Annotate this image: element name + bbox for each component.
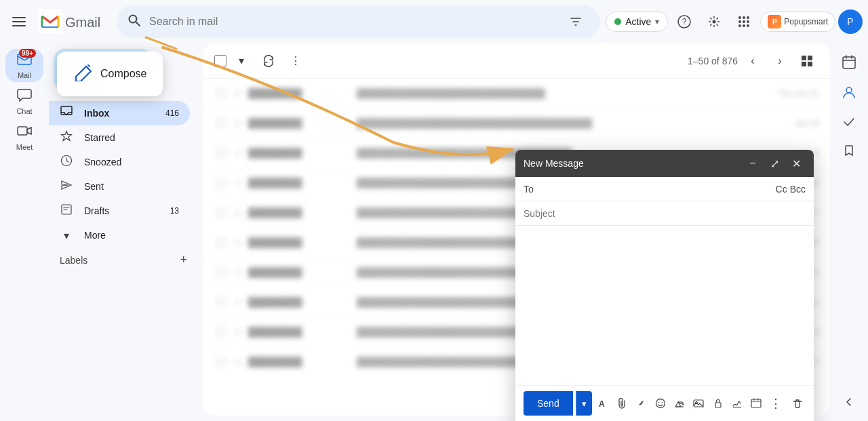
view-options-button[interactable] <box>795 49 819 73</box>
email-checkbox[interactable] <box>214 89 228 98</box>
lock-button[interactable] <box>709 393 726 414</box>
svg-rect-21 <box>61 106 72 115</box>
svg-rect-28 <box>843 57 855 68</box>
subject-input[interactable] <box>524 208 806 219</box>
top-right-controls: Active ▾ ? <box>606 8 863 35</box>
popout-button[interactable]: ⤢ <box>765 154 784 173</box>
star-icon[interactable]: ☆ <box>233 296 243 308</box>
meet-label: Meet <box>16 143 33 151</box>
avatar[interactable]: P <box>838 9 863 34</box>
star-icon[interactable]: ☆ <box>233 117 243 129</box>
active-dot <box>614 18 621 25</box>
nav-snoozed-item[interactable]: Snoozed <box>49 150 190 174</box>
email-time: Thu Jun 11 <box>778 89 819 98</box>
star-icon[interactable]: ☆ <box>233 266 243 279</box>
nav-more-item[interactable]: ▾ More <box>49 223 190 247</box>
send-dropdown-button[interactable]: ▾ <box>576 391 592 416</box>
svg-point-12 <box>747 16 749 19</box>
svg-line-6 <box>136 22 140 26</box>
more-options-button[interactable]: ⋮ <box>283 49 308 73</box>
settings-button[interactable] <box>701 8 728 35</box>
star-icon[interactable]: ☆ <box>233 176 243 189</box>
rail-chat-item[interactable]: Chat <box>5 85 43 118</box>
emoji-button[interactable] <box>652 393 669 414</box>
email-checkbox[interactable] <box>214 298 228 306</box>
popupsmart-label: Popupsmart <box>784 17 828 26</box>
apps-button[interactable] <box>730 8 757 35</box>
schedule-send-button[interactable] <box>748 393 764 414</box>
more-options-footer-button[interactable]: ⋮ <box>767 393 783 414</box>
send-button[interactable]: Send <box>524 391 573 416</box>
svg-point-9 <box>713 20 716 24</box>
search-input[interactable] <box>149 16 554 28</box>
rail-mail-item[interactable]: 99+ Mail <box>5 49 43 82</box>
photo-button[interactable] <box>690 393 707 414</box>
rail-meet-item[interactable]: Meet <box>5 121 43 154</box>
close-modal-button[interactable]: ✕ <box>787 154 806 173</box>
nav-inbox-item[interactable]: Inbox 416 <box>49 101 190 125</box>
svg-text:A: A <box>599 399 605 409</box>
tasks-button[interactable] <box>835 108 863 136</box>
email-checkbox[interactable] <box>214 268 228 277</box>
svg-rect-24 <box>802 56 806 60</box>
email-checkbox[interactable] <box>214 238 228 247</box>
svg-rect-0 <box>12 17 26 18</box>
table-row[interactable]: ☆ ████████ ████████████████████████████ … <box>203 79 830 108</box>
refresh-button[interactable] <box>256 49 281 73</box>
email-checkbox[interactable] <box>214 148 228 157</box>
minimize-button[interactable]: − <box>743 154 762 173</box>
select-all-checkbox[interactable] <box>214 55 226 67</box>
discard-button[interactable] <box>789 393 806 414</box>
email-checkbox[interactable] <box>214 208 228 217</box>
search-options-button[interactable] <box>562 8 589 35</box>
active-status-badge[interactable]: Active ▾ <box>606 12 668 32</box>
help-button[interactable]: ? <box>671 8 698 35</box>
insert-link-button[interactable] <box>633 393 649 414</box>
nav-sent-item[interactable]: Sent <box>49 174 190 199</box>
keep-button[interactable] <box>835 138 863 165</box>
table-row[interactable]: ☆ ████████ █████████████████████████████… <box>203 108 830 138</box>
drive-button[interactable] <box>671 393 688 414</box>
signature-button[interactable] <box>729 393 745 414</box>
nav-starred-item[interactable]: Starred <box>49 125 190 150</box>
email-checkbox[interactable] <box>214 178 228 187</box>
svg-point-29 <box>846 87 852 93</box>
right-sidebar <box>830 43 868 421</box>
select-dropdown-button[interactable]: ▾ <box>229 49 254 73</box>
expand-sidebar-button[interactable] <box>835 388 863 416</box>
attach-file-button[interactable] <box>614 393 630 414</box>
next-page-button[interactable]: › <box>768 49 792 73</box>
star-icon[interactable]: ☆ <box>233 146 243 159</box>
star-icon[interactable]: ☆ <box>233 355 243 368</box>
email-checkbox[interactable] <box>214 327 228 336</box>
to-input[interactable] <box>540 184 776 195</box>
compose-tooltip-label: Compose <box>100 68 146 80</box>
cc-button[interactable]: Cc <box>776 184 787 195</box>
prev-page-button[interactable]: ‹ <box>741 49 765 73</box>
format-text-button[interactable]: A <box>595 393 611 414</box>
more-label: More <box>84 230 179 241</box>
star-icon[interactable]: ☆ <box>233 87 243 100</box>
star-icon[interactable]: ☆ <box>233 206 243 219</box>
meet-icon <box>17 123 32 142</box>
compose-body[interactable] <box>515 226 814 385</box>
snoozed-label: Snoozed <box>84 157 179 167</box>
pagination: 1–50 of 876 ‹ › <box>688 49 819 73</box>
chat-label: Chat <box>16 107 32 115</box>
star-icon[interactable]: ☆ <box>233 236 243 249</box>
contacts-button[interactable] <box>835 79 863 106</box>
sidebar: Compose Inbox 416 Starred <box>49 43 198 421</box>
email-checkbox[interactable] <box>214 119 228 127</box>
labels-title: Labels <box>60 255 87 266</box>
add-label-button[interactable]: + <box>180 253 187 267</box>
calendar-button[interactable] <box>835 49 863 76</box>
starred-icon <box>60 130 73 145</box>
nav-drafts-item[interactable]: Drafts 13 <box>49 199 190 223</box>
email-checkbox[interactable] <box>214 357 228 366</box>
star-icon[interactable]: ☆ <box>233 325 243 338</box>
mail-badge: 99+ <box>19 49 36 58</box>
svg-point-13 <box>738 20 741 23</box>
svg-rect-37 <box>715 403 721 407</box>
hamburger-menu-button[interactable] <box>5 8 33 35</box>
bcc-button[interactable]: Bcc <box>790 184 806 195</box>
